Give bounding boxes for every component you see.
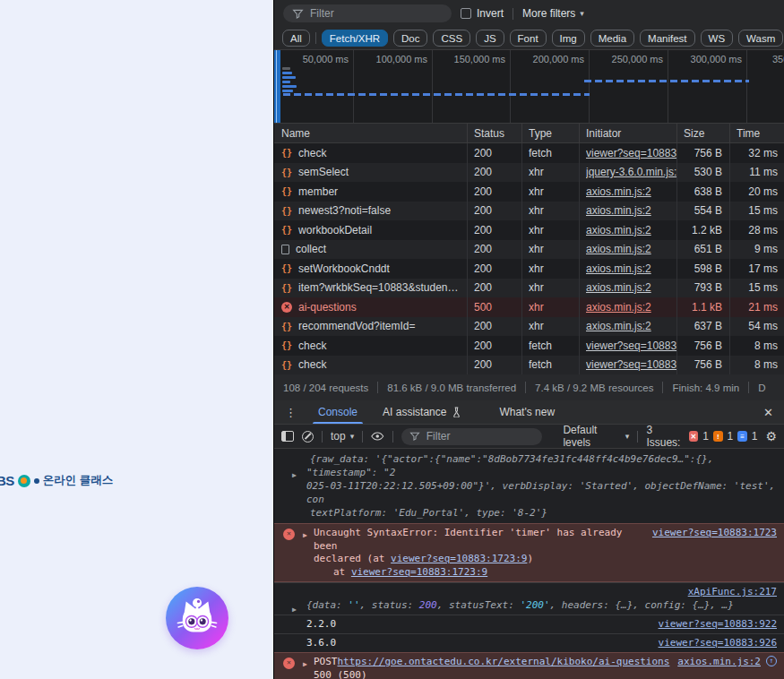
request-url-link[interactable]: https://goe.ontactedu.co.kr/external/kib… [338, 656, 670, 669]
tab-console[interactable]: Console [306, 400, 370, 424]
chip-manifest[interactable]: Manifest [640, 30, 694, 47]
column-header-status[interactable]: Status [467, 124, 521, 142]
chip-fetch-xhr[interactable]: Fetch/XHR [322, 30, 388, 47]
invert-checkbox[interactable] [461, 8, 471, 19]
console-log-version[interactable]: 3.6.0 viewer?seq=10883:926 [274, 633, 784, 652]
log-levels-selector[interactable]: Default levels ▾ [563, 424, 629, 449]
show-sidebar-icon[interactable] [281, 431, 294, 442]
clear-console-icon[interactable] [302, 431, 314, 443]
source-link[interactable]: viewer?seq=10883:926 [659, 637, 777, 649]
console-error-syntax[interactable]: ✕ ▶ Uncaught SyntaxError: Identifier 'ti… [274, 523, 784, 582]
issue-message-icon: ≡ [737, 431, 747, 442]
expand-triangle-icon[interactable]: ▶ [292, 603, 297, 616]
funnel-icon [409, 431, 420, 442]
initiator-link[interactable]: axios.min.js:2 [586, 281, 651, 294]
initiator-link[interactable]: viewer?seq=10883 [586, 147, 676, 159]
source-link[interactable]: xApiFunc.js:217 [688, 586, 777, 597]
source-link[interactable]: viewer?seq=10883:1723:9 [391, 553, 527, 564]
console-toolbar: top ▾ Filter Default levels ▾ 3 Issues: … [274, 425, 784, 449]
initiator-link[interactable]: axios.min.js:2 [586, 224, 651, 236]
source-link[interactable]: viewer?seq=10883:922 [659, 618, 777, 631]
source-link[interactable]: viewer?seq=10883:1723:9 [351, 566, 487, 578]
column-header-initiator[interactable]: Initiator [579, 124, 676, 142]
webpage-background: BS 온라인 클래스 [0, 0, 273, 679]
gear-icon[interactable]: ⚙ [765, 429, 777, 443]
initiator-link[interactable]: axios.min.js:2 [586, 243, 651, 255]
reveal-in-network-icon[interactable]: ↑ [766, 656, 777, 666]
tab-ai-assistance[interactable]: AI assistance [370, 400, 474, 424]
gridline [668, 50, 668, 123]
eye-icon[interactable] [371, 431, 384, 442]
summary-transferred: 81.6 kB / 9.0 MB transferred [387, 382, 516, 393]
issues-counter[interactable]: 3 Issues: ✕ 1 ! 1 ≡ 1 [646, 424, 757, 449]
chevron-down-icon: ▾ [350, 432, 355, 441]
activity-bar [282, 81, 290, 83]
column-header-type[interactable]: Type [521, 124, 579, 142]
site-logo[interactable]: BS 온라인 클래스 [0, 473, 113, 488]
timeline-tick: 200,000 ms [533, 54, 584, 64]
table-row[interactable]: {}setWorkbookCnddt 200xhr axios.min.js:2… [274, 259, 784, 279]
network-overview-timeline[interactable]: 50,000 ms 100,000 ms 150,000 ms 200,000 … [274, 50, 784, 124]
table-row[interactable]: {}recommendVod?itemId= 200xhr axios.min.… [274, 317, 784, 337]
table-row[interactable]: {}check 200fetch viewer?seq=10883 756 B8… [274, 336, 784, 356]
logo-circle-icon [18, 475, 30, 487]
summary-requests: 108 / 204 requests [283, 382, 368, 393]
expand-triangle-icon[interactable]: ▶ [303, 658, 307, 672]
console-log-response-object[interactable]: xApiFunc.js:217 ▶ {data: '', status: 200… [274, 582, 784, 615]
divider [315, 32, 316, 44]
more-filters-button[interactable]: More filters ▾ [522, 7, 584, 20]
chip-font[interactable]: Font [510, 30, 547, 47]
drawer-tab-bar: ⋮ Console AI assistance What's new ✕ [274, 400, 784, 425]
expand-triangle-icon[interactable]: ▶ [292, 468, 297, 482]
table-row[interactable]: collect 200xhr axios.min.js:2 651 B9 ms [274, 240, 784, 260]
column-header-name[interactable]: Name [274, 124, 467, 142]
chatbot-mascot-button[interactable] [166, 587, 228, 649]
initiator-link[interactable]: axios.min.js:2 [586, 320, 651, 332]
initiator-link[interactable]: axios.min.js:2 [586, 204, 651, 217]
initiator-link[interactable]: axios.min.js:2 [586, 262, 651, 275]
gridline [746, 50, 747, 123]
invert-filter: Invert [461, 7, 504, 20]
table-row[interactable]: {}newest3?noti=false 200xhr axios.min.js… [274, 202, 784, 221]
close-icon[interactable]: ✕ [753, 406, 784, 419]
chip-media[interactable]: Media [590, 30, 634, 47]
initiator-link[interactable]: axios.min.js:2 [586, 301, 651, 314]
chip-ws[interactable]: WS [701, 30, 734, 47]
initiator-link[interactable]: jquery-3.6.0.min.js: [586, 166, 676, 178]
column-header-size[interactable]: Size [676, 124, 729, 142]
chip-js[interactable]: JS [476, 30, 504, 47]
initiator-link[interactable]: axios.min.js:2 [586, 185, 651, 198]
network-filter-input[interactable]: Filter [283, 4, 452, 22]
chip-wasm[interactable]: Wasm [738, 30, 783, 47]
chip-doc[interactable]: Doc [393, 30, 427, 47]
table-row-error[interactable]: ✕ai-questions 500xhr axios.min.js:2 1.1 … [274, 297, 784, 317]
table-row[interactable]: {}workbookDetail 200xhr axios.min.js:2 1… [274, 220, 784, 240]
column-header-time[interactable]: Time [729, 124, 784, 142]
gridline [589, 50, 590, 123]
table-row[interactable]: {}member 200xhr axios.min.js:2 638 B20 m… [274, 182, 784, 202]
console-log-version[interactable]: 2.2.0 viewer?seq=10883:922 [274, 615, 784, 633]
timeline-tick: 100,000 ms [376, 54, 427, 64]
console-filter-input[interactable]: Filter [401, 428, 543, 445]
fetch-icon: {} [281, 263, 292, 273]
table-row[interactable]: {}semSelect 200xhr jquery-3.6.0.min.js: … [274, 163, 784, 183]
expand-triangle-icon[interactable]: ▶ [303, 529, 307, 543]
chip-all[interactable]: All [282, 30, 310, 47]
source-link[interactable]: viewer?seq=10883:1723 [652, 527, 777, 553]
table-row[interactable]: {}check 200fetch viewer?seq=10883 756 B8… [274, 356, 784, 375]
initiator-link[interactable]: viewer?seq=10883 [586, 358, 676, 371]
chip-img[interactable]: Img [552, 30, 585, 47]
tab-whats-new[interactable]: What's new [487, 400, 567, 424]
source-link[interactable]: axios.min.js:2 [677, 656, 761, 669]
console-error-post-500[interactable]: ✕ ▶ POST https://goe.ontactedu.co.kr/ext… [274, 652, 784, 679]
console-log-object[interactable]: ▶ {raw_data: '{"actor":{"name":"8dBob773… [274, 449, 784, 523]
overview-range-handle[interactable] [274, 50, 280, 123]
context-selector[interactable]: top ▾ [331, 430, 354, 443]
kebab-menu-icon[interactable]: ⋮ [274, 406, 306, 419]
activity-bar [282, 72, 292, 74]
initiator-link[interactable]: viewer?seq=10883 [586, 340, 676, 352]
table-row[interactable]: {}check 200fetch viewer?seq=10883 756 B3… [274, 143, 784, 163]
fetch-icon: {} [281, 168, 292, 177]
chip-css[interactable]: CSS [433, 30, 470, 47]
table-row[interactable]: {}item?wrkbkSeq=10883&studen… 200xhr axi… [274, 279, 784, 298]
